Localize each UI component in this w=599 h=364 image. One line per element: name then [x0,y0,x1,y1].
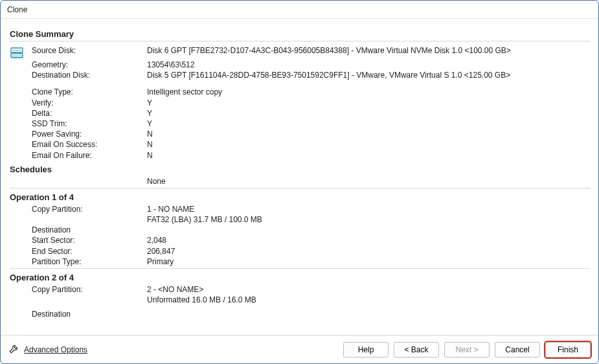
disk-icon [10,45,32,60]
dest-disk-label: Destination Disk: [32,70,147,80]
ssd-trim-value: Y [147,119,591,129]
advanced-options-label: Advanced Options [24,345,87,354]
power-saving-value: N [147,129,591,139]
delta-label: Delta: [32,108,147,119]
copy-partition-value: 2 - <NO NAME> [147,284,591,295]
back-button[interactable]: < Back [394,342,439,358]
partition-type-label: Partition Type: [32,256,147,267]
next-button: Next > [444,342,490,358]
ssd-trim-label: SSD Trim: [32,119,147,129]
email-success-value: N [147,139,591,150]
finish-button[interactable]: Finish [545,342,591,358]
dest-disk-value: Disk 5 GPT [F161104A-28DD-4758-BE93-7501… [147,70,591,80]
cancel-button[interactable]: Cancel [495,342,540,358]
operation-title: Operation 1 of 4 [10,192,591,202]
start-sector-label: Start Sector: [32,235,147,245]
schedules-value: None [147,176,591,187]
source-disk-label: Source Disk: [32,45,147,60]
verify-value: Y [147,98,591,108]
window-title: Clone [1,1,598,19]
power-saving-label: Power Saving: [32,129,147,139]
destination-label: Destination [32,309,147,319]
email-failure-value: N [147,150,591,161]
start-sector-value: 2,048 [147,235,591,245]
email-success-label: Email On Success: [32,139,147,150]
destination-label: Destination [32,225,147,235]
clone-type-label: Clone Type: [32,87,147,97]
advanced-options-link[interactable]: Advanced Options [8,343,87,356]
footer: Advanced Options Help < Back Next > Canc… [1,335,598,363]
operation-title: Operation 2 of 4 [10,273,591,282]
wrench-icon [8,343,20,356]
end-sector-label: End Sector: [32,246,147,256]
end-sector-value: 206,847 [147,246,591,256]
separator [10,188,591,188]
help-button[interactable]: Help [343,342,389,358]
content-area: Clone Summary Source Disk: Disk 6 GPT [F… [1,19,598,335]
separator [10,41,591,41]
schedules-title: Schedules [10,165,591,174]
copy-partition-detail: FAT32 (LBA) 31.7 MB / 100.0 MB [147,214,591,225]
clone-window: Clone Clone Summary Source Disk: Disk 6 … [0,0,599,364]
partition-type-value: Primary [147,256,591,267]
separator [10,268,591,269]
delta-value: Y [147,108,591,119]
copy-partition-value: 1 - NO NAME [147,204,591,214]
verify-label: Verify: [32,98,147,108]
svg-rect-1 [11,53,23,58]
clone-summary-title: Clone Summary [10,29,591,39]
email-failure-label: Email On Failure: [32,150,147,161]
summary-group: Source Disk: Disk 6 GPT [F7BE2732-D107-4… [10,45,591,161]
copy-partition-label: Copy Partition: [32,284,147,295]
geometry-label: Geometry: [32,60,147,70]
geometry-value: 13054\63\512 [147,60,591,70]
copy-partition-label: Copy Partition: [32,204,147,214]
source-disk-value: Disk 6 GPT [F7BE2732-D107-4A3C-B043-9560… [147,45,591,60]
clone-type-value: Intelligent sector copy [147,87,591,97]
copy-partition-detail: Unformatted 16.0 MB / 16.0 MB [147,295,591,305]
